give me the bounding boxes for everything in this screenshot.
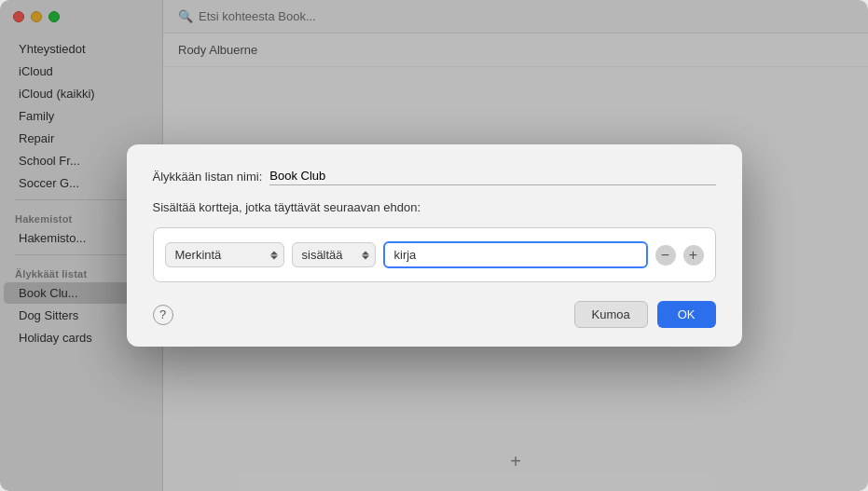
cancel-button[interactable]: Kumoa <box>574 301 648 328</box>
field-select-wrapper: Merkintä Nimi Sähköposti Puhelinnumero <box>165 242 284 267</box>
modal-name-input[interactable] <box>269 167 715 185</box>
modal-overlay: Älykkään listan nimi: Sisältää kortteja,… <box>0 0 868 491</box>
condition-value-input[interactable] <box>383 241 648 268</box>
remove-condition-button[interactable]: − <box>655 245 676 266</box>
condition-area: Merkintä Nimi Sähköposti Puhelinnumero s… <box>153 227 716 282</box>
operator-select-wrapper: sisältää ei sisällä alkaa loppuu <box>292 242 376 267</box>
add-condition-button[interactable]: + <box>683 245 704 266</box>
footer-buttons: Kumoa OK <box>574 301 716 328</box>
modal-subtitle: Sisältää kortteja, jotka täyttävät seura… <box>153 200 716 214</box>
modal-title-label: Älykkään listan nimi: <box>153 170 263 184</box>
field-select[interactable]: Merkintä Nimi Sähköposti Puhelinnumero <box>165 242 284 267</box>
condition-row: Merkintä Nimi Sähköposti Puhelinnumero s… <box>165 241 704 268</box>
operator-select[interactable]: sisältää ei sisällä alkaa loppuu <box>292 242 376 267</box>
smart-list-modal: Älykkään listan nimi: Sisältää kortteja,… <box>127 144 742 347</box>
modal-footer: ? Kumoa OK <box>153 301 716 328</box>
ok-button[interactable]: OK <box>657 301 716 328</box>
help-button[interactable]: ? <box>153 305 173 325</box>
modal-name-row: Älykkään listan nimi: <box>153 167 716 185</box>
